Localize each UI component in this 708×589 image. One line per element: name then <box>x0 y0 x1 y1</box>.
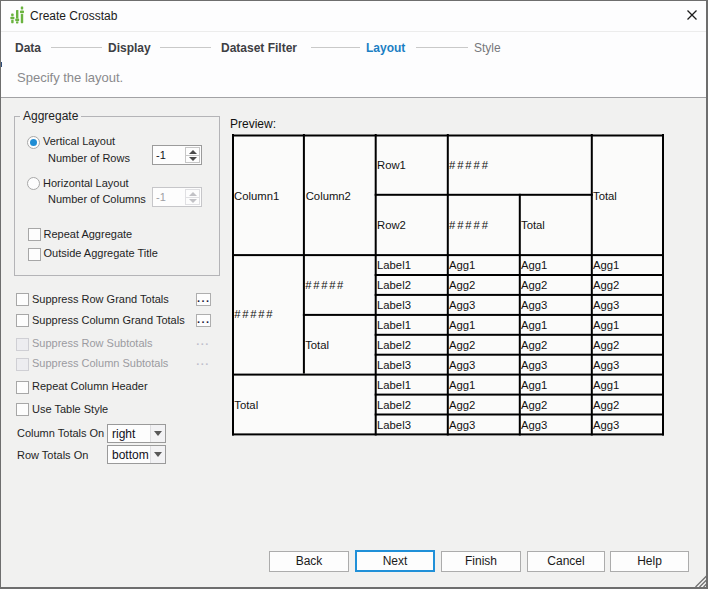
svg-text:Column2: Column2 <box>306 190 351 202</box>
svg-text:Row1: Row1 <box>377 159 406 171</box>
svg-text:Label1: Label1 <box>377 259 411 271</box>
svg-text:Agg2: Agg2 <box>593 399 619 411</box>
svg-text:#####: ##### <box>234 308 274 320</box>
svg-text:Agg3: Agg3 <box>521 359 547 371</box>
svg-text:Agg2: Agg2 <box>449 399 475 411</box>
svg-text:#####: ##### <box>449 219 490 231</box>
svg-text:Agg1: Agg1 <box>521 379 547 391</box>
svg-text:Label3: Label3 <box>377 359 411 371</box>
svg-text:Agg3: Agg3 <box>521 419 547 431</box>
svg-text:Label3: Label3 <box>377 299 411 311</box>
svg-text:Label2: Label2 <box>377 279 411 291</box>
svg-text:Total: Total <box>521 219 545 231</box>
svg-text:Total: Total <box>593 190 617 202</box>
svg-text:Label2: Label2 <box>377 339 411 351</box>
svg-text:Agg1: Agg1 <box>593 379 619 391</box>
svg-text:Agg1: Agg1 <box>449 259 475 271</box>
svg-text:Total: Total <box>234 399 258 411</box>
svg-text:Agg1: Agg1 <box>449 319 475 331</box>
svg-text:#####: ##### <box>305 279 345 291</box>
svg-text:Label3: Label3 <box>377 419 411 431</box>
svg-text:Agg3: Agg3 <box>593 419 619 431</box>
svg-text:Agg1: Agg1 <box>521 319 547 331</box>
svg-text:#####: ##### <box>449 159 490 171</box>
svg-text:Agg2: Agg2 <box>521 339 547 351</box>
svg-text:Agg1: Agg1 <box>521 259 547 271</box>
svg-text:Agg2: Agg2 <box>449 339 475 351</box>
svg-text:Agg3: Agg3 <box>593 359 619 371</box>
svg-text:Label2: Label2 <box>377 399 411 411</box>
svg-text:Agg3: Agg3 <box>449 419 475 431</box>
svg-text:Agg1: Agg1 <box>593 259 619 271</box>
svg-text:Row2: Row2 <box>377 219 406 231</box>
svg-text:Agg2: Agg2 <box>521 399 547 411</box>
svg-text:Agg1: Agg1 <box>593 319 619 331</box>
svg-text:Agg3: Agg3 <box>593 299 619 311</box>
svg-text:Agg2: Agg2 <box>593 279 619 291</box>
svg-text:Agg2: Agg2 <box>521 279 547 291</box>
svg-text:Agg3: Agg3 <box>521 299 547 311</box>
svg-text:Column1: Column1 <box>234 190 279 202</box>
svg-text:Agg3: Agg3 <box>449 359 475 371</box>
svg-text:Agg3: Agg3 <box>449 299 475 311</box>
svg-text:Label1: Label1 <box>377 319 411 331</box>
svg-text:Total: Total <box>305 339 329 351</box>
svg-text:Agg1: Agg1 <box>449 379 475 391</box>
svg-text:Label1: Label1 <box>377 379 411 391</box>
svg-text:Agg2: Agg2 <box>593 339 619 351</box>
svg-text:Agg2: Agg2 <box>449 279 475 291</box>
